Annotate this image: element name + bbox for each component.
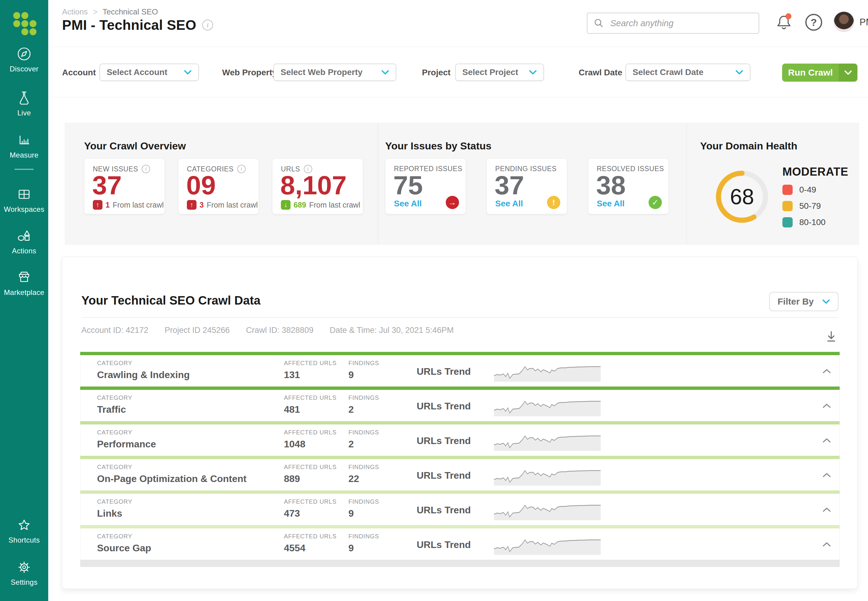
affected-urls-value: 473 [284,508,337,519]
column-label-findings: FINDINGS [348,429,379,436]
breadcrumb-parent[interactable]: Actions [62,7,88,16]
sidebar-item-live[interactable]: Live [0,90,48,117]
sidebar-item-measure[interactable]: Measure [0,132,48,159]
column-label-affected-urls: AFFECTED URLS [284,360,337,367]
urls-trend-sparkline [494,533,601,555]
account-label: Account [62,68,96,78]
sidebar-item-shortcuts[interactable]: Shortcuts [0,517,48,545]
category-name: Performance [97,439,156,450]
collapse-chevron-icon[interactable] [822,438,831,443]
chevron-down-icon [822,299,830,304]
chevron-down-icon [184,70,192,75]
sidebar-item-label: Discover [0,65,48,73]
urls-trend-sparkline [494,499,601,520]
table-row[interactable]: CATEGORY Performance AFFECTED URLS 1048 … [80,424,840,456]
notifications-bell-icon[interactable] [774,12,794,34]
info-icon[interactable]: i [142,165,150,173]
crawl-date-dropdown[interactable]: Select Crawl Date [625,64,750,81]
info-icon[interactable]: i [237,165,246,173]
sidebar-item-actions[interactable]: Actions [0,228,48,255]
delta-value: 3 [200,201,204,209]
column-label-category: CATEGORY [97,498,132,505]
brightedge-logo-icon[interactable] [13,12,38,37]
download-icon[interactable] [824,329,839,344]
legend-range: 0-49 [799,185,816,195]
crawl-data-card: Your Technical SEO Crawl Data Filter By … [62,257,857,589]
run-crawl-options-toggle[interactable] [839,64,857,82]
affected-urls-value: 889 [284,473,337,484]
page-info-icon[interactable]: i [202,20,213,31]
reported-status-icon: → [446,196,459,209]
crawl-datetime: Date & Time: Jul 30, 2021 5:46PM [330,326,454,335]
project-dropdown[interactable]: Select Project [455,64,544,81]
crawl-overview-title: Your Crawl Overview [84,140,186,152]
help-icon[interactable]: ? [805,14,822,31]
collapse-chevron-icon[interactable] [822,403,831,409]
resolved-issues-card: RESOLVED ISSUES 38 See All ✓ [588,159,669,214]
page-title: PMI - Technical SEO [62,17,196,33]
chevron-down-icon [844,70,852,75]
row-severity-bar [80,490,840,494]
health-score-value: 68 [712,167,772,226]
sidebar-item-workspaces[interactable]: Workspaces [0,186,48,214]
sidebar-item-marketplace[interactable]: Marketplace [0,269,48,297]
table-row[interactable]: CATEGORY Crawling & Indexing AFFECTED UR… [80,355,840,386]
legend-swatch-yellow [782,201,793,211]
sidebar-item-label: Actions [0,247,48,255]
breadcrumb-current: Tecchnical SEO [102,7,158,16]
pending-issues-value: 37 [495,171,524,199]
global-search [587,13,759,34]
issues-by-status-title: Your Issues by Status [385,140,492,152]
sidebar-item-label: Settings [0,578,48,587]
collapse-chevron-icon[interactable] [822,472,831,478]
collapse-chevron-icon[interactable] [822,368,831,374]
resolved-issues-value: 38 [596,171,626,199]
column-label-category: CATEGORY [97,360,190,367]
table-row[interactable]: CATEGORY Source Gap AFFECTED URLS 4554 F… [80,528,840,560]
table-row[interactable]: CATEGORY Traffic AFFECTED URLS 481 FINDI… [80,390,840,421]
delta-text: From last crawl [113,201,164,209]
column-label-affected-urls: AFFECTED URLS [284,394,337,401]
see-all-link[interactable]: See All [495,199,523,209]
search-input[interactable] [610,18,753,29]
delta-text: From last crawl [207,201,258,209]
notification-dot [785,13,792,19]
divider [81,317,839,317]
run-crawl-button[interactable]: Run Crawl [782,64,857,82]
row-severity-bar [80,456,840,459]
delta-up-icon: ↑ [93,200,102,210]
urls-value: 8,107 [280,171,347,199]
horizontal-scrollbar[interactable] [80,560,840,567]
delta-value: 689 [293,201,306,209]
column-label-findings: FINDINGS [348,394,379,401]
domain-health-gauge: 68 [712,167,772,226]
project-label: Project [422,68,451,78]
see-all-link[interactable]: See All [597,199,625,209]
urls-trend-sparkline [494,429,601,451]
column-label-affected-urls: AFFECTED URLS [284,533,337,540]
sidebar-item-discover[interactable]: Discover [0,46,48,73]
table-row[interactable]: CATEGORY Links AFFECTED URLS 473 FINDING… [80,494,840,525]
table-row[interactable]: CATEGORY On-Page Optimization & Content … [80,459,840,490]
breadcrumb-separator: > [93,7,98,16]
urls-trend-label: URLs Trend [397,435,471,447]
category-name: Traffic [97,404,132,415]
row-severity-bar [80,352,840,355]
sidebar-item-settings[interactable]: Settings [0,559,48,587]
web-property-dropdown[interactable]: Select Web Property [274,64,396,81]
collapse-chevron-icon[interactable] [822,507,831,513]
see-all-link[interactable]: See All [394,199,422,209]
chevron-down-icon [529,70,537,75]
findings-value: 22 [348,473,379,484]
affected-urls-value: 481 [284,404,337,415]
account-id: Account ID: 42172 [81,326,148,335]
sidebar-item-label: Measure [0,151,48,159]
user-avatar[interactable] [834,11,854,32]
account-dropdown[interactable]: Select Account [99,64,199,81]
web-property-label: Web Property [222,68,277,78]
filter-by-dropdown[interactable]: Filter By [769,292,839,311]
reported-issues-value: 75 [393,171,423,199]
grid-icon [16,186,32,203]
collapse-chevron-icon[interactable] [822,542,831,547]
health-rating: MODERATE [782,165,848,178]
